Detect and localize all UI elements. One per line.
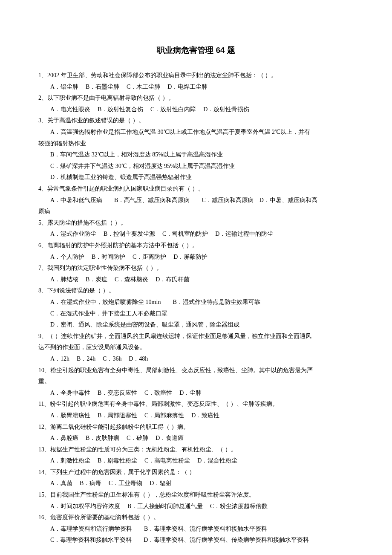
option-line: C．在湿式作业中，井下接尘工人不必戴口罩 bbox=[38, 308, 354, 320]
option: D．布氏杆菌 bbox=[156, 276, 190, 283]
option-line: 较强的辐射热作业 bbox=[38, 138, 354, 150]
question-list: 1、2002 年卫生部、劳动和社会保障部公布的职业病目录中列出的法定尘肺不包括：… bbox=[38, 70, 354, 546]
option: B．皮肤肿瘤 bbox=[86, 435, 119, 441]
question: 12、游离二氧化硅粉尘能引起接触粉尘的职工得（ ）病。A．鼻腔癌B．皮肤肿瘤C．… bbox=[38, 422, 354, 444]
option-line: A．湿式作业防尘B．控制主要发尘源C．司机室的防护D．运输过程中的防尘 bbox=[38, 228, 354, 240]
option: D．致癌性 bbox=[191, 412, 219, 419]
question: 9、（ ）连续作业的矿井，全面通风的主风扇连续运转，保证作业面足够通风量，独立作… bbox=[38, 331, 354, 365]
page-title: 职业病危害管理 64 题 bbox=[38, 43, 354, 58]
question: 10、粉尘引起的职业危害有全身中毒性、局部刺激性、变态反应性，致癌性、尘肺。其中… bbox=[38, 365, 354, 399]
option-line: B．车间气温达 32℃以上，相对湿度达 85%以上属于高温高湿作业 bbox=[38, 149, 354, 161]
option-line: A．个人防护B．时间防护C．距离防护D．屏蔽防护 bbox=[38, 251, 354, 263]
option-line: A．肠胃溃疡性B．局部阻塞性C．局部麻痹性D．致癌性 bbox=[38, 410, 354, 422]
option: A．铝尘肺 bbox=[50, 84, 78, 90]
option: C．局部麻痹性 bbox=[144, 412, 184, 419]
option-line: C．煤矿深井井下气温达 30℃，相对湿度达 95%以上属于高温高湿作业 bbox=[38, 161, 354, 172]
question-text: 6、电离辐射的防护中外照射防护的基本方法中不包括（ ）。 bbox=[38, 240, 354, 251]
option: C．司机室的防护 bbox=[162, 231, 208, 237]
question-text: 2、以下职业病不是由于电离辐射导致的包括（ ）。 bbox=[38, 92, 354, 104]
question-text: 13、根据生产性粉尘的性质可分为三类：无机性粉尘、有机性粉尘、（ ）。 bbox=[38, 444, 354, 456]
question: 6、电离辐射的防护中外照射防护的基本方法中不包括（ ）。A．个人防护B．时间防护… bbox=[38, 240, 354, 263]
option: A．刺激性粉尘 bbox=[50, 457, 90, 464]
question-text: 5、露天防尘的措施不包括（ ）。 bbox=[38, 217, 354, 229]
option-line: A．刺激性粉尘B．剧毒性粉尘C．高电离性粉尘D．混合性粉尘 bbox=[38, 455, 354, 467]
option-line: A．高温强热辐射作业是指工作地点气温 30℃以上或工作地点气温高于夏季室外气温 … bbox=[38, 127, 354, 138]
question-text: 16、危害度评价所需要的基础资料包括（ ）。 bbox=[38, 512, 354, 523]
option: A．肠胃溃疡性 bbox=[50, 412, 90, 419]
option: C．森林脑炎 bbox=[115, 276, 148, 283]
option-line: D．密闭、通风、除尘系统是由密闭设备、吸尘罩，通风管，除尘器组成 bbox=[38, 319, 354, 331]
option: A．电光性眼炎 bbox=[50, 106, 90, 113]
question-text: 15、目前我国生产性粉尘的卫生标准有（ ），总粉尘浓度和呼吸性粉尘容许浓度。 bbox=[38, 489, 354, 501]
option: A．12h bbox=[50, 356, 69, 362]
option: A．全身中毒性 bbox=[50, 390, 90, 396]
option: B．石墨尘肺 bbox=[86, 84, 119, 90]
question-text: 3、关于高温作业的叙述错误的是（ ）。 bbox=[38, 115, 354, 127]
option: B．病毒 bbox=[80, 480, 101, 486]
option: D．运输过程中的防尘 bbox=[215, 231, 273, 237]
option: D．屏蔽防护 bbox=[173, 254, 208, 260]
question: 1、2002 年卫生部、劳动和社会保障部公布的职业病目录中列出的法定尘肺不包括：… bbox=[38, 70, 354, 92]
question: 15、目前我国生产性粉尘的卫生标准有（ ），总粉尘浓度和呼吸性粉尘容许浓度。A．… bbox=[38, 489, 354, 512]
question-text: 11、粉尘引起的职业病危害有全身中毒性、局部刺激性、变态反应性、（ ）、尘肺等疾… bbox=[38, 399, 354, 410]
option: B．放射性复合伤 bbox=[98, 106, 143, 113]
option-line: A．中暑和低气压病 B．高气压、减压病和高原病 C．减压病和高原病 D．中暑、减… bbox=[38, 195, 354, 206]
question: 5、露天防尘的措施不包括（ ）。A．湿式作业防尘B．控制主要发尘源C．司机室的防… bbox=[38, 217, 354, 240]
question-text: 1、2002 年卫生部、劳动和社会保障部公布的职业病目录中列出的法定尘肺不包括：… bbox=[38, 70, 354, 81]
option: A．湿式作业防尘 bbox=[50, 231, 96, 237]
question-text: 4、异常气象条件引起的职业病列入国家职业病目录的有（ ）。 bbox=[38, 183, 354, 195]
question: 16、危害度评价所需要的基础资料包括（ ）。A．毒理学资料和流行病学资料 B．毒… bbox=[38, 512, 354, 546]
option-line: A．全身中毒性B．变态反应性C．致癌性D．尘肺 bbox=[38, 387, 354, 399]
option: D．48h bbox=[129, 356, 148, 362]
option-line: 原病 bbox=[38, 206, 354, 217]
option: B．局部阻塞性 bbox=[98, 412, 137, 419]
question: 2、以下职业病不是由于电离辐射导致的包括（ ）。A．电光性眼炎B．放射性复合伤C… bbox=[38, 92, 354, 115]
option-line: A．12hB．24hC．36hD．48h bbox=[38, 353, 354, 365]
option: B．炭疽 bbox=[86, 276, 107, 283]
option: D．尘肺 bbox=[179, 390, 202, 396]
option: B．24h bbox=[77, 356, 95, 362]
question-text: 8、下列说法错误的是（ ）。 bbox=[38, 285, 354, 297]
question: 13、根据生产性粉尘的性质可分为三类：无机性粉尘、有机性粉尘、（ ）。A．刺激性… bbox=[38, 444, 354, 467]
option-line: A．肺结核B．炭疽C．森林脑炎D．布氏杆菌 bbox=[38, 274, 354, 286]
option-line: A．鼻腔癌B．皮肤肿瘤C．矽肺D．食道癌 bbox=[38, 433, 354, 444]
question-text: 14、下列生产过程中的危害因素，属于化学因素的是：（ ） bbox=[38, 467, 354, 478]
option-line: A．电光性眼炎B．放射性复合伤C．放射性白内障D．放射性骨损伤 bbox=[38, 104, 354, 116]
option: A．时间加权平均容许浓度 bbox=[50, 503, 120, 509]
question-text: 10、粉尘引起的职业危害有全身中毒性、局部刺激性、变态反应性，致癌性、尘肺。其中… bbox=[38, 365, 354, 376]
option-line: A．真菌B．病毒C．工业毒物D．辐射 bbox=[38, 478, 354, 489]
option: D．混合性粉尘 bbox=[197, 457, 237, 464]
option: C．高电离性粉尘 bbox=[144, 457, 190, 464]
option: D．食道癌 bbox=[156, 435, 184, 441]
option: C．致癌性 bbox=[144, 390, 172, 396]
option: D．电焊工尘肺 bbox=[167, 84, 208, 90]
option: C．距离防护 bbox=[133, 254, 166, 260]
option: B．控制主要发尘源 bbox=[104, 231, 155, 237]
option: C．粉尘浓度超标倍数 bbox=[210, 503, 268, 509]
option: B．工人接触时间肺总通气量 bbox=[127, 503, 203, 509]
option: B．剧毒性粉尘 bbox=[98, 457, 137, 464]
option-line: A．时间加权平均容许浓度B．工人接触时间肺总通气量C．粉尘浓度超标倍数 bbox=[38, 501, 354, 512]
option-line: A．毒理学资料和流行病学资料 B．毒理学资料、流行病学资料和接触水平资料 bbox=[38, 523, 354, 535]
question: 4、异常气象条件引起的职业病列入国家职业病目录的有（ ）。A．中暑和低气压病 B… bbox=[38, 183, 354, 217]
option: C．木工尘肺 bbox=[127, 84, 160, 90]
question: 11、粉尘引起的职业病危害有全身中毒性、局部刺激性、变态反应性、（ ）、尘肺等疾… bbox=[38, 399, 354, 421]
option: B．变态反应性 bbox=[98, 390, 137, 396]
option-line: D．机械制造工业的铸造、锻造属于高温强热辐射作业 bbox=[38, 172, 354, 183]
option: B．时间防护 bbox=[92, 254, 125, 260]
option: A．肺结核 bbox=[50, 276, 78, 283]
question-text: 7、我国列为的法定职业性传染病不包括（ ）。 bbox=[38, 263, 354, 274]
option: C．矽肺 bbox=[127, 435, 148, 441]
question-text: 9、（ ）连续作业的矿井，全面通风的主风扇连续运转，保证作业面足够通风量，独立作… bbox=[38, 331, 354, 342]
question: 14、下列生产过程中的危害因素，属于化学因素的是：（ ）A．真菌B．病毒C．工业… bbox=[38, 467, 354, 489]
option: A．真菌 bbox=[50, 480, 72, 486]
question-text: 12、游离二氧化硅粉尘能引起接触粉尘的职工得（ ）病。 bbox=[38, 422, 354, 433]
question: 8、下列说法错误的是（ ）。A．在湿式作业中，放炮后喷雾降尘 10min B．湿… bbox=[38, 285, 354, 330]
question: 7、我国列为的法定职业性传染病不包括（ ）。A．肺结核B．炭疽C．森林脑炎D．布… bbox=[38, 263, 354, 285]
question-text: 达不到的作业面，应安设局部通风设备。 bbox=[38, 342, 354, 353]
option-line: A．铝尘肺B．石墨尘肺C．木工尘肺D．电焊工尘肺 bbox=[38, 81, 354, 93]
option: C．36h bbox=[103, 356, 121, 362]
option: A．个人防护 bbox=[50, 254, 84, 260]
option-line: C．毒理学资料和接触水平资料 D．毒理学资料、流行病学资料、传染病学资料和接触水… bbox=[38, 535, 354, 546]
option: C．放射性白内障 bbox=[150, 106, 196, 113]
